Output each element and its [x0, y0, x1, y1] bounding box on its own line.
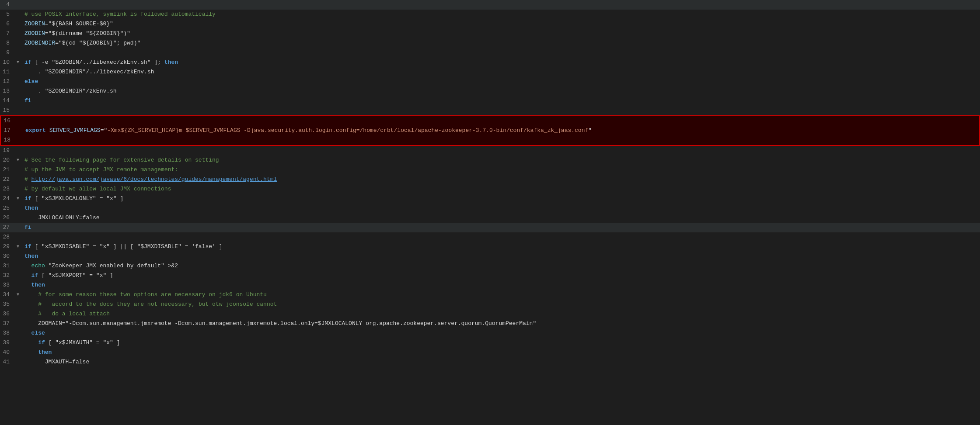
fold-icon[interactable]	[17, 242, 23, 252]
fold-icon[interactable]	[17, 300, 23, 309]
fold-icon[interactable]	[17, 146, 23, 155]
fold-icon[interactable]	[17, 194, 23, 204]
token-plain: . "$ZOOBINDIR"/zkEnv.sh	[24, 88, 117, 94]
line-number: 27	[0, 223, 17, 232]
fold-icon[interactable]	[17, 328, 23, 338]
code-content: then	[23, 252, 980, 261]
code-content	[23, 48, 980, 58]
code-line: 37 ZOOMAIN="-Dcom.sun.management.jmxremo…	[0, 319, 980, 328]
fold-icon[interactable]	[17, 19, 23, 29]
fold-icon[interactable]	[17, 348, 23, 357]
fold-icon[interactable]	[17, 106, 23, 115]
code-content: ZOOBINDIR="$(cd "${ZOOBIN}"; pwd)"	[23, 38, 980, 48]
fold-icon[interactable]	[17, 204, 23, 213]
fold-icon[interactable]	[17, 126, 24, 135]
code-line: 26 JMXLOCALONLY=false	[0, 213, 980, 223]
line-number: 33	[0, 280, 17, 290]
fold-icon[interactable]	[17, 0, 23, 10]
fold-icon[interactable]	[17, 77, 23, 86]
line-number: 5	[0, 10, 17, 19]
token-comment: # See the following page for extensive d…	[24, 157, 219, 163]
fold-icon[interactable]	[17, 252, 23, 261]
code-content	[24, 116, 979, 126]
code-line: 18	[0, 135, 980, 146]
line-number: 15	[0, 106, 17, 115]
code-content	[23, 106, 980, 115]
code-line: 32 if [ "x$JMXPORT" = "x" ]	[0, 271, 980, 280]
fold-icon[interactable]	[17, 38, 23, 48]
fold-icon[interactable]	[17, 261, 23, 271]
token-comment: # do a local attach	[38, 311, 110, 317]
line-number: 39	[0, 338, 17, 348]
token-assign: ZOOBIN	[24, 21, 45, 27]
code-line: 20# See the following page for extensive…	[0, 155, 980, 165]
code-content	[23, 146, 980, 155]
token-kw: then	[38, 349, 52, 356]
fold-icon[interactable]	[17, 175, 23, 184]
line-number: 22	[0, 175, 17, 184]
code-content: if [ "x$JMXDISABLE" = "x" ] || [ "$JMXDI…	[23, 242, 980, 252]
code-content: # do a local attach	[23, 309, 980, 319]
code-content: JMXLOCALONLY=false	[23, 213, 980, 223]
fold-icon[interactable]	[17, 48, 23, 58]
line-number: 32	[0, 271, 17, 280]
fold-icon[interactable]	[17, 155, 23, 165]
fold-icon[interactable]	[17, 86, 23, 96]
code-line: 33 then	[0, 280, 980, 290]
code-content: if [ "x$JMXLOCALONLY" = "x" ]	[23, 194, 980, 204]
code-line: 4	[0, 0, 980, 10]
fold-icon[interactable]	[17, 67, 23, 77]
line-number: 26	[0, 213, 17, 223]
fold-icon[interactable]	[17, 184, 23, 194]
token-kw: if	[24, 195, 31, 202]
code-content: . "$ZOOBINDIR"/zkEnv.sh	[23, 86, 980, 96]
fold-icon[interactable]	[17, 280, 23, 290]
code-line: 29if [ "x$JMXDISABLE" = "x" ] || [ "$JMX…	[0, 242, 980, 252]
token-kw: else	[24, 78, 38, 85]
token-kw: if	[31, 272, 38, 279]
code-content	[24, 135, 979, 145]
fold-icon[interactable]	[17, 116, 24, 126]
code-line: 9	[0, 48, 980, 58]
fold-icon[interactable]	[17, 223, 23, 232]
code-line: 27 fi	[0, 223, 980, 232]
fold-icon[interactable]	[17, 232, 23, 242]
fold-icon[interactable]	[17, 10, 23, 19]
fold-icon[interactable]	[17, 338, 23, 348]
fold-icon[interactable]	[17, 319, 23, 328]
code-content: else	[23, 328, 980, 338]
code-content: JMXAUTH=false	[23, 357, 980, 367]
line-number: 28	[0, 232, 17, 242]
fold-icon[interactable]	[17, 58, 23, 67]
token-kw: then	[164, 59, 178, 66]
token-plain	[46, 127, 49, 134]
code-line: 10if [ -e "$ZOOBIN/../libexec/zkEnv.sh" …	[0, 58, 980, 67]
fold-icon[interactable]	[17, 357, 23, 367]
token-comment: # use POSIX interface, symlink is follow…	[24, 11, 216, 17]
fold-icon[interactable]	[17, 135, 24, 145]
line-number: 35	[0, 300, 17, 309]
line-number: 30	[0, 252, 17, 261]
token-plain: ="$(dirname "${ZOOBIN}")"	[45, 30, 130, 37]
fold-icon[interactable]	[17, 29, 23, 38]
fold-icon[interactable]	[17, 309, 23, 319]
token-link: http://java.sun.com/javase/6/docs/techno…	[31, 176, 277, 183]
fold-icon[interactable]	[17, 165, 23, 175]
token-comment: # by default we allow local JMX connecti…	[24, 186, 171, 192]
token-plain	[24, 272, 31, 279]
line-number: 21	[0, 165, 17, 175]
code-line: 7 ZOOBIN="$(dirname "${ZOOBIN}")"	[0, 29, 980, 38]
line-number: 36	[0, 309, 17, 319]
fold-icon[interactable]	[17, 213, 23, 223]
token-plain: [ "x$JMXAUTH" = "x" ]	[45, 339, 120, 346]
token-plain: . "$ZOOBINDIR"/../libexec/zkEnv.sh	[24, 69, 154, 75]
fold-icon[interactable]	[17, 271, 23, 280]
code-line: 14 fi	[0, 96, 980, 106]
token-kw: if	[24, 59, 31, 66]
fold-icon[interactable]	[17, 96, 23, 106]
code-content: then	[23, 280, 980, 290]
token-plain	[24, 282, 31, 288]
line-number: 11	[0, 67, 17, 77]
code-line: 11 . "$ZOOBINDIR"/../libexec/zkEnv.sh	[0, 67, 980, 77]
fold-icon[interactable]	[17, 290, 23, 300]
